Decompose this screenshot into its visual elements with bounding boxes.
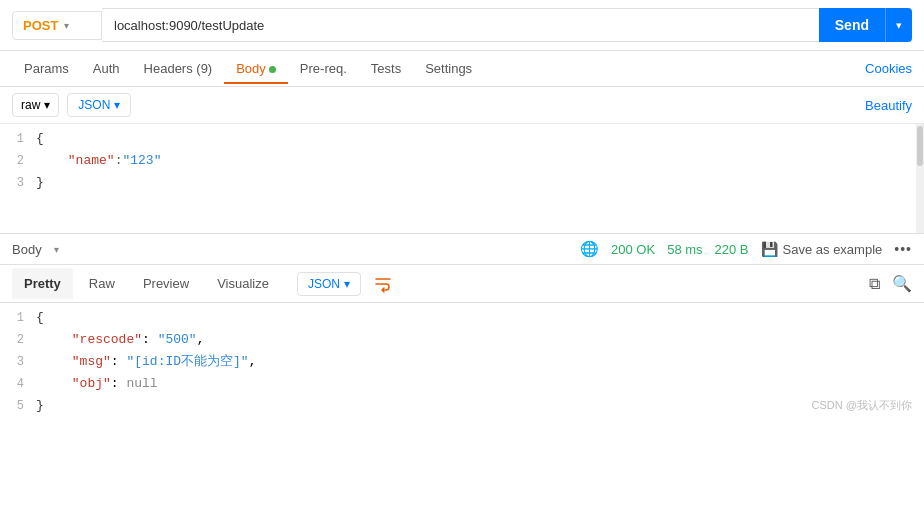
res-json-label: JSON bbox=[308, 277, 340, 291]
watermark: CSDN @我认不到你 bbox=[812, 398, 912, 413]
res-line-content-3: "msg": "[id:ID不能为空]", bbox=[36, 351, 256, 373]
response-body-label: Body bbox=[12, 242, 42, 257]
line-content-3: } bbox=[36, 172, 44, 194]
method-select[interactable]: POST ▾ bbox=[12, 11, 102, 40]
body-type-row: raw ▾ JSON ▾ Beautify bbox=[0, 87, 924, 124]
url-bar: POST ▾ Send ▾ bbox=[0, 0, 924, 51]
request-code-editor: 1 { 2 "name":"123" 3 } bbox=[0, 124, 924, 234]
line-content-1: { bbox=[36, 128, 44, 150]
tab-headers[interactable]: Headers (9) bbox=[132, 53, 225, 84]
method-label: POST bbox=[23, 18, 58, 33]
res-line-number-2: 2 bbox=[0, 329, 36, 351]
tabs-row: Params Auth Headers (9) Body Pre-req. Te… bbox=[0, 51, 924, 87]
raw-button[interactable]: raw ▾ bbox=[12, 93, 59, 117]
tab-prereq[interactable]: Pre-req. bbox=[288, 53, 359, 84]
line-number-2: 2 bbox=[0, 150, 36, 172]
res-json-format-button[interactable]: JSON ▾ bbox=[297, 272, 361, 296]
method-chevron-icon: ▾ bbox=[64, 20, 69, 31]
res-line-content-1: { bbox=[36, 307, 44, 329]
raw-label: raw bbox=[21, 98, 40, 112]
res-tab-visualize[interactable]: Visualize bbox=[205, 268, 281, 299]
res-line-number-4: 4 bbox=[0, 373, 36, 395]
more-options-button[interactable]: ••• bbox=[894, 241, 912, 257]
request-code-lines: 1 { 2 "name":"123" 3 } bbox=[0, 124, 924, 198]
request-line-3: 3 } bbox=[0, 172, 924, 194]
response-bar: Body ▾ 🌐 200 OK 58 ms 220 B 💾 Save as ex… bbox=[0, 234, 924, 265]
scrollbar-thumb bbox=[917, 126, 923, 166]
res-line-content-4: "obj": null bbox=[36, 373, 158, 395]
json-type-button[interactable]: JSON ▾ bbox=[67, 93, 131, 117]
send-button[interactable]: Send ▾ bbox=[819, 8, 912, 42]
save-as-example-button[interactable]: 💾 Save as example bbox=[761, 241, 883, 257]
res-tab-raw[interactable]: Raw bbox=[77, 268, 127, 299]
wrap-button[interactable] bbox=[373, 274, 393, 294]
response-time: 58 ms bbox=[667, 242, 702, 257]
res-tab-preview[interactable]: Preview bbox=[131, 268, 201, 299]
tab-auth[interactable]: Auth bbox=[81, 53, 132, 84]
url-input[interactable] bbox=[102, 8, 819, 42]
res-line-number-1: 1 bbox=[0, 307, 36, 329]
request-scrollbar[interactable] bbox=[916, 124, 924, 233]
response-code-area: 1 { 2 "rescode": "500", 3 "msg": "[id:ID… bbox=[0, 303, 924, 421]
search-button[interactable]: 🔍 bbox=[892, 274, 912, 293]
res-line-2: 2 "rescode": "500", bbox=[0, 329, 924, 351]
send-chevron-icon: ▾ bbox=[886, 19, 912, 32]
res-line-3: 3 "msg": "[id:ID不能为空]", bbox=[0, 351, 924, 373]
res-line-1: 1 { bbox=[0, 307, 924, 329]
tab-body[interactable]: Body bbox=[224, 53, 288, 84]
tab-tests[interactable]: Tests bbox=[359, 53, 413, 84]
json-chevron-icon: ▾ bbox=[114, 98, 120, 112]
line-number-3: 3 bbox=[0, 172, 36, 194]
body-dot bbox=[269, 66, 276, 73]
wrap-icon bbox=[373, 274, 393, 294]
res-tab-pretty[interactable]: Pretty bbox=[12, 268, 73, 299]
res-line-content-5: } bbox=[36, 395, 44, 417]
line-content-2: "name":"123" bbox=[36, 150, 161, 172]
json-label: JSON bbox=[78, 98, 110, 112]
tab-params[interactable]: Params bbox=[12, 53, 81, 84]
tab-settings[interactable]: Settings bbox=[413, 53, 484, 84]
res-line-4: 4 "obj": null bbox=[0, 373, 924, 395]
res-line-content-2: "rescode": "500", bbox=[36, 329, 204, 351]
save-icon: 💾 bbox=[761, 241, 778, 257]
request-line-2: 2 "name":"123" bbox=[0, 150, 924, 172]
res-line-5: 5 } bbox=[0, 395, 924, 417]
cookies-link[interactable]: Cookies bbox=[865, 61, 912, 76]
request-line-1: 1 { bbox=[0, 128, 924, 150]
response-body-chevron-icon[interactable]: ▾ bbox=[54, 244, 59, 255]
line-number-1: 1 bbox=[0, 128, 36, 150]
raw-chevron-icon: ▾ bbox=[44, 98, 50, 112]
response-code-lines: 1 { 2 "rescode": "500", 3 "msg": "[id:ID… bbox=[0, 307, 924, 417]
res-line-number-3: 3 bbox=[0, 351, 36, 373]
response-size: 220 B bbox=[715, 242, 749, 257]
save-example-label: Save as example bbox=[783, 242, 883, 257]
send-label: Send bbox=[819, 17, 885, 33]
res-json-chevron-icon: ▾ bbox=[344, 277, 350, 291]
status-code: 200 OK bbox=[611, 242, 655, 257]
globe-icon: 🌐 bbox=[580, 240, 599, 258]
beautify-button[interactable]: Beautify bbox=[865, 98, 912, 113]
response-tabs-row: Pretty Raw Preview Visualize JSON ▾ ⧉ 🔍 bbox=[0, 265, 924, 303]
copy-button[interactable]: ⧉ bbox=[869, 275, 880, 293]
res-line-number-5: 5 bbox=[0, 395, 36, 417]
